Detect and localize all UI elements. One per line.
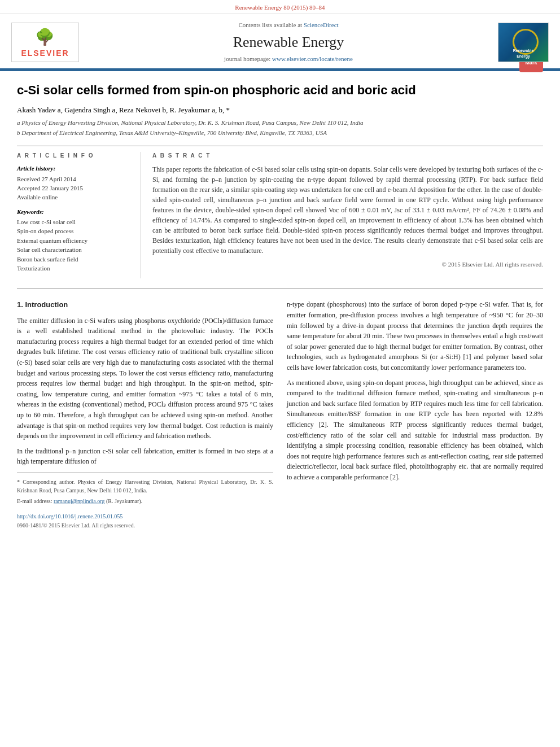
affiliations: a Physics of Energy Harvesting Division,… — [17, 119, 543, 137]
body-col-left: 1. Introduction The emitter diffusion in… — [17, 299, 273, 530]
copyright: © 2015 Elsevier Ltd. All rights reserved… — [152, 260, 543, 269]
volume-info: Renewable Energy 80 (2015) 80–84 — [235, 4, 325, 11]
issn-line: 0960-1481/© 2015 Elsevier Ltd. All right… — [17, 521, 273, 530]
article-info-label: A R T I C L E I N F O — [17, 152, 129, 160]
keywords-label: Keywords: — [17, 208, 129, 216]
authors: Akash Yadav a, Gajendra Singh a, Reza Ne… — [17, 105, 543, 115]
sciencedirect-link[interactable]: ScienceDirect — [304, 21, 339, 28]
article-meta: A R T I C L E I N F O Article history: R… — [17, 146, 543, 278]
authors-text: Akash Yadav a, Gajendra Singh a, Reza Ne… — [17, 106, 230, 114]
keywords-list: Low cost c-Si solar cell Spin-on doped p… — [17, 218, 129, 273]
elsevier-logo: 🌳 ELSEVIER — [11, 23, 79, 62]
journal-logo-text: RenewableEnergy — [513, 48, 534, 59]
received-date: Received 27 April 2014 — [17, 175, 129, 184]
intro-heading: 1. Introduction — [17, 299, 273, 311]
keyword-5: Boron back surface field — [17, 255, 129, 264]
article-title: c-Si solar cells formed from spin-on pho… — [17, 82, 543, 99]
intro-col2-p2: As mentioned above, using spin-on dopant… — [287, 378, 543, 483]
article-history: Article history: Received 27 April 2014 … — [17, 164, 129, 202]
publisher-logo-area: 🌳 ELSEVIER — [11, 23, 85, 62]
journal-header: 🌳 ELSEVIER Contents lists available at S… — [0, 14, 560, 69]
bottom-links: http://dx.doi.org/10.1016/j.renene.2015.… — [17, 512, 273, 521]
keyword-6: Texturization — [17, 264, 129, 273]
history-label: Article history: — [17, 164, 129, 173]
accepted-date: Accepted 22 January 2015 — [17, 184, 129, 193]
keywords-group: Keywords: Low cost c-Si solar cell Spin-… — [17, 208, 129, 273]
keyword-3: External quantum efficiency — [17, 237, 129, 245]
body-col-right: n-type dopant (phosphorous) into the sur… — [287, 299, 543, 530]
abstract-label: A B S T R A C T — [152, 152, 543, 160]
main-content: CrossMark c-Si solar cells formed from s… — [0, 71, 560, 547]
body-content: 1. Introduction The emitter diffusion in… — [17, 299, 543, 535]
top-bar: Renewable Energy 80 (2015) 80–84 — [0, 0, 560, 14]
footnote-email-link[interactable]: ramanuj@nplindia.org — [54, 498, 104, 504]
abstract-text: This paper reports the fabrication of c-… — [152, 164, 543, 256]
doi-link[interactable]: http://dx.doi.org/10.1016/j.renene.2015.… — [17, 513, 123, 519]
contents-line: Contents lists available at ScienceDirec… — [85, 21, 492, 29]
elsevier-tree-icon: 🌳 — [35, 26, 55, 48]
journal-logo-area: RenewableEnergy — [492, 23, 549, 62]
intro-p1: The emitter diffusion in c-Si wafers usi… — [17, 316, 273, 442]
elsevier-wordmark: ELSEVIER — [21, 48, 69, 59]
homepage-link[interactable]: www.elsevier.com/locate/renene — [272, 55, 353, 62]
journal-homepage: journal homepage: www.elsevier.com/locat… — [85, 55, 492, 63]
intro-p2: In the traditional p–n junction c-Si sol… — [17, 446, 273, 467]
footnote-area: * Corresponding author. Physics of Energ… — [17, 473, 273, 506]
affiliation-b: b Department of Electrical Engineering, … — [17, 129, 543, 137]
keyword-2: Spin-on doped process — [17, 227, 129, 235]
footnote-email: E-mail address: ramanuj@nplindia.org (R.… — [17, 497, 273, 506]
journal-logo: RenewableEnergy — [498, 23, 549, 62]
history-content: Received 27 April 2014 Accepted 22 Janua… — [17, 175, 129, 202]
intro-col2-p1: n-type dopant (phosphorous) into the sur… — [287, 299, 543, 373]
abstract-panel: A B S T R A C T This paper reports the f… — [141, 152, 543, 278]
article-info-panel: A R T I C L E I N F O Article history: R… — [17, 152, 141, 278]
journal-title: Renewable Energy — [85, 32, 492, 53]
section-divider — [17, 289, 543, 289]
journal-header-center: Contents lists available at ScienceDirec… — [85, 21, 492, 63]
footnote-star: * Corresponding author. Physics of Energ… — [17, 478, 273, 495]
available-online: Available online — [17, 193, 129, 202]
keyword-1: Low cost c-Si solar cell — [17, 218, 129, 226]
affiliation-a: a Physics of Energy Harvesting Division,… — [17, 119, 543, 127]
keyword-4: Solar cell characterization — [17, 246, 129, 254]
